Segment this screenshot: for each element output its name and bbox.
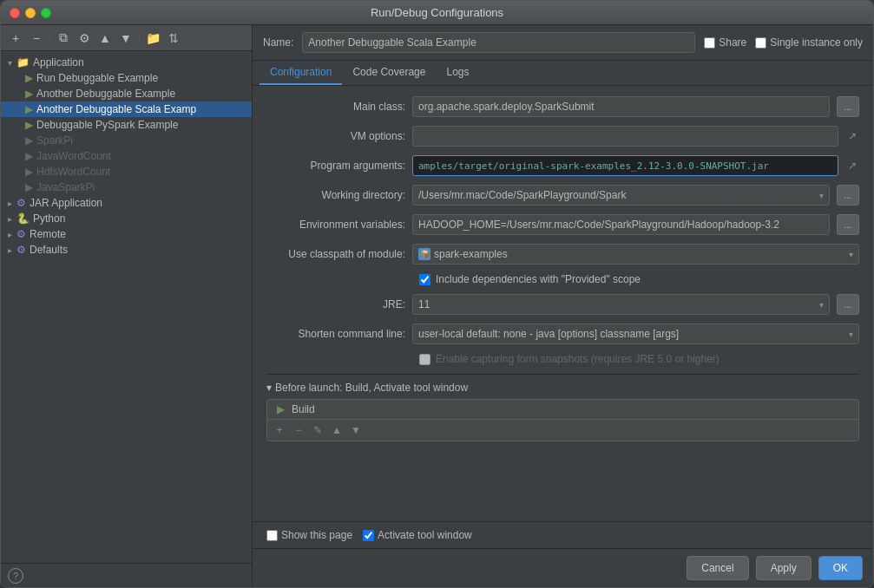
shorten-arrow: ▾ [849,330,853,339]
name-label: Name: [263,36,293,49]
main-class-browse-button[interactable]: ... [837,96,859,117]
enable-snapshots-checkbox[interactable] [419,354,430,365]
working-dir-arrow: ▾ [819,191,824,200]
defaults-section-label: Defaults [30,244,68,256]
list-edit-button[interactable]: ✎ [309,422,326,438]
activate-window-checkbox[interactable] [363,530,374,541]
before-launch-header[interactable]: ▾ Before launch: Build, Activate tool wi… [266,382,859,394]
application-folder-icon: 📁 [16,56,30,69]
list-add-button[interactable]: + [271,422,288,438]
config-content: Main class: ... VM options: ↗ Program ar… [253,86,873,521]
env-vars-input[interactable] [412,214,830,235]
section-python[interactable]: ▸ 🐍 Python [1,211,252,226]
remote-section-label: Remote [30,228,66,240]
shorten-value: user-local default: none - java [options… [418,328,679,340]
vm-options-input[interactable] [412,126,838,147]
jre-label: JRE: [266,298,405,310]
before-launch-label: Before launch: Build, Activate tool wind… [275,382,468,394]
name-input[interactable] [302,32,695,53]
jre-browse-button[interactable]: ... [837,294,859,315]
tab-code-coverage[interactable]: Code Coverage [342,61,436,85]
before-launch-expand-icon: ▾ [266,382,272,394]
shorten-input[interactable]: user-local default: none - java [options… [412,323,859,344]
left-bottom-bar: ? [1,563,252,587]
maximize-button[interactable] [41,8,51,18]
main-class-input[interactable] [412,96,830,117]
tree-item-hdfswordcount[interactable]: ▶ HdfsWordCount [1,164,252,180]
program-args-label: Program arguments: [266,160,405,172]
before-launch-section: ▾ Before launch: Build, Activate tool wi… [266,374,859,441]
config-header: Name: Share Single instance only [253,25,873,61]
list-down-button[interactable]: ▼ [347,422,365,438]
tree-item-javawordcount[interactable]: ▶ JavaWordCount [1,148,252,164]
working-dir-browse-button[interactable]: ... [837,185,859,206]
single-instance-checkbox[interactable] [755,37,766,49]
classpath-input[interactable]: 📦 spark-examples ▾ [412,244,859,265]
bottom-options: Show this page Activate tool window [253,521,873,548]
jre-row: JRE: 11 ▾ ... [266,294,859,315]
tree-item-debuggable-pyspark[interactable]: ▶ Debuggable PySpark Example [1,117,252,133]
main-class-row: Main class: ... [266,96,859,117]
list-remove-button[interactable]: − [290,422,307,438]
run-icon-8: ▶ [25,181,33,193]
expand-python-icon: ▸ [4,213,15,224]
classpath-arrow: ▾ [849,250,853,259]
remove-config-button[interactable]: − [27,29,46,48]
defaults-icon: ⚙ [16,244,26,256]
run-icon-7: ▶ [25,166,33,178]
include-deps-label: Include dependencies with "Provided" sco… [436,273,641,285]
list-up-button[interactable]: ▲ [328,422,345,438]
add-config-button[interactable]: + [6,29,25,48]
run-icon-3: ▶ [25,103,33,115]
working-dir-input[interactable]: /Users/mr.mac/Code/SparkPlayground/Spark… [412,185,830,206]
env-vars-browse-button[interactable]: ... [837,214,859,235]
ok-button[interactable]: OK [818,556,863,580]
section-application[interactable]: ▾ 📁 Application [1,55,252,70]
section-defaults[interactable]: ▸ ⚙ Defaults [1,242,252,258]
tabs-bar: Configuration Code Coverage Logs [253,61,873,86]
left-panel: + − ⧉ ⚙ ▲ ▼ 📁 ⇅ ▾ 📁 Application [1,25,253,587]
move-up-button[interactable]: ▲ [95,29,115,48]
jre-input[interactable]: 11 ▾ [412,294,830,315]
share-checkbox[interactable] [704,37,715,49]
working-dir-row: Working directory: /Users/mr.mac/Code/Sp… [266,185,859,206]
new-folder-button[interactable]: 📁 [143,29,162,48]
tree-item-another-debuggable[interactable]: ▶ Another Debuggable Example [1,86,252,101]
expand-application-icon: ▾ [4,57,15,68]
tree-item-another-scala[interactable]: ▶ Another Debuggable Scala Examp [1,101,252,117]
apply-button[interactable]: Apply [756,556,812,580]
tree-item-run-debuggable[interactable]: ▶ Run Debuggable Example [1,70,252,86]
move-down-button[interactable]: ▼ [116,29,135,48]
program-args-expand-button[interactable]: ↗ [845,155,859,176]
classpath-row: Use classpath of module: 📦 spark-example… [266,244,859,265]
left-toolbar: + − ⧉ ⚙ ▲ ▼ 📁 ⇅ [1,25,252,51]
sort-button[interactable]: ⇅ [164,29,183,48]
copy-config-button[interactable]: ⧉ [54,29,73,48]
python-section-label: Python [33,212,65,225]
program-args-input[interactable] [412,155,838,176]
vm-options-expand-button[interactable]: ↗ [845,126,859,147]
section-jar-application[interactable]: ▸ ⚙ JAR Application [1,195,252,211]
show-page-checkbox[interactable] [266,530,278,541]
env-vars-label: Environment variables: [266,219,405,231]
classpath-label: Use classpath of module: [266,248,405,260]
tab-logs[interactable]: Logs [436,61,479,85]
cancel-button[interactable]: Cancel [687,556,748,580]
expand-remote-icon: ▸ [4,229,15,239]
tab-configuration[interactable]: Configuration [260,61,342,85]
settings-button[interactable]: ⚙ [75,29,94,48]
share-checkbox-wrap: Share [704,36,746,49]
jar-section-label: JAR Application [30,197,102,209]
section-remote[interactable]: ▸ ⚙ Remote [1,226,252,242]
tree-item-sparkpi[interactable]: ▶ SparkPi [1,133,252,148]
tree-item-javasparkpi[interactable]: ▶ JavaSparkPi [1,180,252,195]
run-icon-2: ▶ [25,88,33,100]
include-deps-checkbox[interactable] [419,274,430,285]
close-button[interactable] [10,8,20,18]
minimize-button[interactable] [25,8,36,18]
working-dir-value: /Users/mr.mac/Code/SparkPlayground/Spark [418,189,626,201]
remote-icon: ⚙ [16,228,26,240]
vm-options-label: VM options: [266,130,405,142]
help-button[interactable]: ? [8,568,23,584]
run-icon-5: ▶ [25,134,33,147]
